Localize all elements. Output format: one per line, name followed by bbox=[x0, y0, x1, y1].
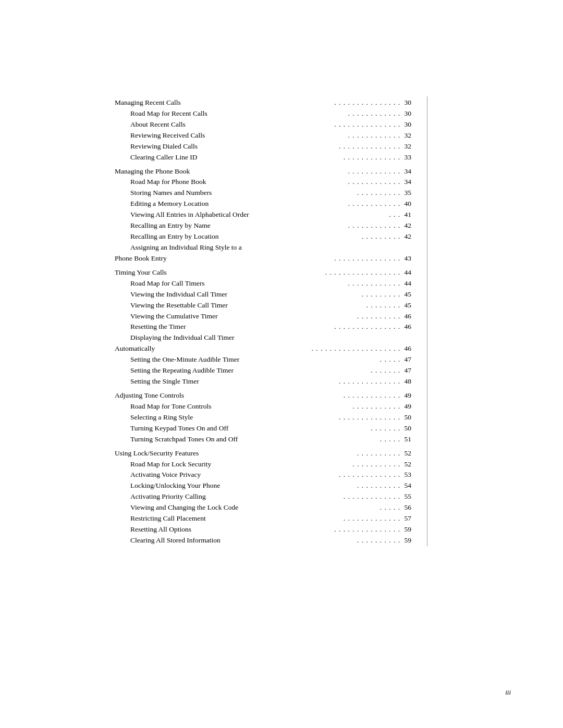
toc-entry: Road Map for Recent Calls . . . . . . . … bbox=[115, 108, 411, 119]
toc-entry: Timing Your Calls . . . . . . . . . . . … bbox=[115, 267, 411, 278]
toc-entry: Locking/Unlocking Your Phone. . . . . . … bbox=[115, 480, 411, 491]
toc-entry: Reviewing Received Calls . . . . . . . .… bbox=[115, 130, 411, 141]
toc-entry: Assigning an Individual Ring Style to a bbox=[115, 242, 411, 253]
toc-title: Road Map for Tone Controls bbox=[130, 401, 352, 412]
toc-entry: Setting the Repeating Audible Timer . . … bbox=[115, 365, 411, 376]
toc-dots-page: . . . . . . . . . . . . . . .30 bbox=[334, 97, 411, 108]
toc-title: Managing the Phone Book bbox=[115, 166, 347, 177]
toc-title: Turning Keypad Tones On and Off bbox=[130, 423, 370, 434]
toc-dots-page: . . . . . . . . .45 bbox=[361, 289, 411, 300]
toc-dots-page: . . . . .47 bbox=[380, 354, 411, 365]
toc-entry: Road Map for Call Timers . . . . . . . .… bbox=[115, 278, 411, 289]
toc-dots-page: . . . . . . .50 bbox=[370, 423, 411, 434]
toc-title: Road Map for Phone Book bbox=[130, 177, 347, 188]
toc-title: Clearing Caller Line ID bbox=[130, 152, 343, 163]
toc-entry: Using Lock/Security Features . . . . . .… bbox=[115, 448, 411, 459]
toc-title: Setting the Repeating Audible Timer bbox=[130, 365, 370, 376]
toc-dots-page: . . . . .51 bbox=[380, 434, 411, 445]
toc-title: Viewing the Resettable Call Timer bbox=[130, 300, 365, 311]
toc-entry: Road Map for Lock Security . . . . . . .… bbox=[115, 459, 411, 470]
toc-title: Road Map for Lock Security bbox=[130, 459, 352, 470]
toc-entry: Clearing Caller Line ID . . . . . . . . … bbox=[115, 152, 411, 163]
toc-dots-page: . . . . . . . . . . . . . .48 bbox=[338, 376, 411, 387]
toc-dots-page: . . . . . . . .45 bbox=[365, 300, 411, 311]
toc-entry: Resetting the Timer . . . . . . . . . . … bbox=[115, 322, 411, 332]
toc-dots-page: . . . . . . . . . . .52 bbox=[352, 459, 411, 470]
toc-dots-page: . . . . . . . . . .46 bbox=[357, 311, 411, 322]
toc-title: Viewing the Individual Call Timer bbox=[130, 289, 361, 300]
toc-entry: Recalling an Entry by Location . . . . .… bbox=[115, 231, 411, 242]
toc-title: Resetting All Options bbox=[130, 524, 334, 535]
toc-entry: Storing Names and Numbers . . . . . . . … bbox=[115, 188, 411, 199]
toc-entry: Reviewing Dialed Calls . . . . . . . . .… bbox=[115, 141, 411, 152]
toc-entry: Activating Priority Calling . . . . . . … bbox=[115, 491, 411, 502]
toc-entry: Restricting Call Placement . . . . . . .… bbox=[115, 513, 411, 524]
toc-entry: Turning Keypad Tones On and Off . . . . … bbox=[115, 423, 411, 434]
toc-dots-page: . . . . . . . . . . . . .55 bbox=[343, 491, 411, 502]
toc-title: Viewing and Changing the Lock Code bbox=[130, 502, 380, 513]
toc-title: Clearing All Stored Information bbox=[130, 535, 357, 546]
toc-title: Reviewing Received Calls bbox=[130, 130, 347, 141]
toc-dots-page: . . . . . . . . . . . . . . . . .44 bbox=[325, 267, 411, 278]
toc-entry: Viewing All Entries in Alphabetical Orde… bbox=[115, 209, 411, 220]
page-number: iii bbox=[505, 688, 511, 696]
toc-title: Viewing the Cumulative Timer bbox=[130, 311, 357, 322]
toc-dots-page: . . . . . . . . . . . .30 bbox=[347, 108, 411, 119]
toc-entry: Turning Scratchpad Tones On and Off . . … bbox=[115, 434, 411, 445]
toc-title: Setting the One-Minute Audible Timer bbox=[130, 354, 380, 365]
toc-dots-page: . . . . . . . . . . . .34 bbox=[347, 177, 411, 188]
toc-title: Storing Names and Numbers bbox=[130, 188, 357, 199]
toc-entry: Selecting a Ring Style . . . . . . . . .… bbox=[115, 412, 411, 423]
toc-dots-page: . . . . . . . . . . . . . .53 bbox=[338, 470, 411, 480]
toc-title: Turning Scratchpad Tones On and Off bbox=[130, 434, 380, 445]
toc-entry: Managing Recent Calls . . . . . . . . . … bbox=[115, 97, 411, 108]
toc-title: Displaying the Individual Call Timer bbox=[130, 332, 411, 343]
toc-dots-page: . . . . . . . . . . . .42 bbox=[347, 220, 411, 231]
toc-title: Using Lock/Security Features bbox=[115, 448, 357, 459]
toc-entry: Viewing and Changing the Lock Code . . .… bbox=[115, 502, 411, 513]
toc-dots-page: . . . . . . . . . . . . .57 bbox=[343, 513, 411, 524]
toc-title: About Recent Calls bbox=[130, 119, 334, 130]
toc-dots-page: . . .41 bbox=[388, 209, 411, 220]
toc-title: Activating Priority Calling bbox=[130, 491, 343, 502]
toc-entry: Setting the Single Timer . . . . . . . .… bbox=[115, 376, 411, 387]
toc-dots-page: . . . . . . . . . . . .44 bbox=[347, 278, 411, 289]
toc-title: Setting the Single Timer bbox=[130, 376, 338, 387]
toc-entry: Viewing the Cumulative Timer . . . . . .… bbox=[115, 311, 411, 322]
page-footer: iii bbox=[505, 688, 511, 697]
toc-entry-second-line: Automatically . . . . . . . . . . . . . … bbox=[115, 343, 411, 354]
toc-dots-page: . . . . . . . . . . . . . .50 bbox=[338, 412, 411, 423]
toc-entry: Editing a Memory Location. . . . . . . .… bbox=[115, 199, 411, 209]
toc-entry: Viewing the Individual Call Timer . . . … bbox=[115, 289, 411, 300]
toc-dots-page: . . . . . . . . . . . . . . .30 bbox=[334, 119, 411, 130]
toc-title: Road Map for Recent Calls bbox=[130, 108, 347, 119]
toc-title: Timing Your Calls bbox=[115, 267, 325, 278]
toc-entry: About Recent Calls . . . . . . . . . . .… bbox=[115, 119, 411, 130]
toc-dots-page: . . . . . . . . . .52 bbox=[357, 448, 411, 459]
toc-entry: Road Map for Tone Controls . . . . . . .… bbox=[115, 401, 411, 412]
toc-title: Restricting Call Placement bbox=[130, 513, 343, 524]
toc-title: Adjusting Tone Controls bbox=[115, 390, 343, 401]
toc-dots-page: . . . . .56 bbox=[380, 502, 411, 513]
toc-dots-page: . . . . . . . . . . .49 bbox=[352, 401, 411, 412]
toc-dots-page: . . . . . . . . . .54 bbox=[357, 480, 411, 491]
toc-entry: Viewing the Resettable Call Timer . . . … bbox=[115, 300, 411, 311]
toc-title: Reviewing Dialed Calls bbox=[130, 141, 338, 152]
toc-dots-page: . . . . . . . . . . . . . . .46 bbox=[334, 322, 411, 332]
toc-dots-page: . . . . . . . . . .59 bbox=[357, 535, 411, 546]
toc-dots-page: . . . . . . . . . . . .32 bbox=[347, 130, 411, 141]
toc-dots-page: . . . . . . . . . . . . .33 bbox=[343, 152, 411, 163]
toc-title: Assigning an Individual Ring Style to a bbox=[130, 242, 411, 253]
toc-entry: Clearing All Stored Information . . . . … bbox=[115, 535, 411, 546]
page-container: Managing Recent Calls . . . . . . . . . … bbox=[0, 0, 563, 728]
toc-entry: Setting the One-Minute Audible Timer . .… bbox=[115, 354, 411, 365]
toc-title: Resetting the Timer bbox=[130, 322, 334, 332]
toc-title: Selecting a Ring Style bbox=[130, 412, 338, 423]
toc-title: Activating Voice Privacy bbox=[130, 470, 338, 480]
toc-entries: Managing Recent Calls . . . . . . . . . … bbox=[115, 97, 411, 546]
toc-title: Editing a Memory Location bbox=[130, 199, 347, 209]
toc-entry: Road Map for Phone Book . . . . . . . . … bbox=[115, 177, 411, 188]
toc-title: Recalling an Entry by Location bbox=[130, 231, 361, 242]
toc-dots-page: . . . . . . . . . .35 bbox=[357, 188, 411, 199]
toc-entry: Displaying the Individual Call Timer bbox=[115, 332, 411, 343]
